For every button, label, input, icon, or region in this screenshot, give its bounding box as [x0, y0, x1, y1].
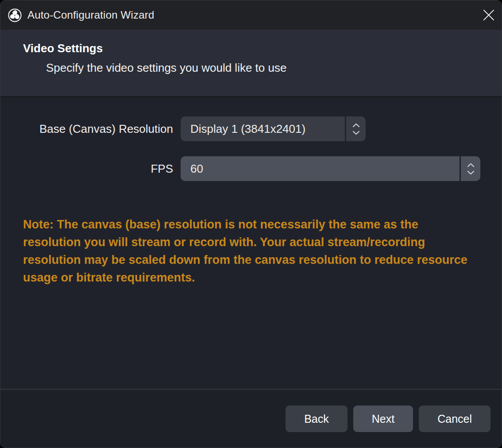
back-button[interactable]: Back [286, 406, 348, 432]
base-resolution-value[interactable]: Display 1 (3841x2401) [181, 116, 345, 141]
chevron-down-icon [352, 131, 360, 135]
footer-bar: Back Next Cancel [0, 389, 502, 448]
base-resolution-spinner[interactable] [346, 116, 366, 141]
base-resolution-label: Base (Canvas) Resolution [39, 122, 173, 136]
video-settings-form: Base (Canvas) Resolution Display 1 (3841… [0, 116, 502, 181]
content-area: Base (Canvas) Resolution Display 1 (3841… [0, 97, 502, 389]
chevron-down-icon [467, 170, 475, 175]
page-title: Video Settings [23, 42, 502, 55]
fps-spinner[interactable] [461, 156, 480, 181]
fps-select[interactable]: 60 [181, 156, 480, 181]
titlebar: Auto-Configuration Wizard [0, 0, 502, 30]
window-title: Auto-Configuration Wizard [27, 9, 154, 21]
chevron-up-icon [467, 163, 475, 167]
wizard-step-header: Video Settings Specify the video setting… [0, 30, 502, 97]
fps-value[interactable]: 60 [181, 156, 460, 181]
close-icon [483, 9, 495, 21]
next-button[interactable]: Next [353, 406, 413, 432]
close-button[interactable] [476, 0, 502, 30]
chevron-up-icon [352, 123, 360, 127]
base-resolution-select[interactable]: Display 1 (3841x2401) [181, 116, 366, 141]
obs-logo-icon [8, 8, 22, 22]
cancel-button[interactable]: Cancel [419, 406, 490, 432]
auto-config-wizard-dialog: Auto-Configuration Wizard Video Settings… [0, 0, 502, 448]
canvas-resolution-note: Note: The canvas (base) resolution is no… [23, 216, 468, 286]
fps-label: FPS [151, 162, 173, 176]
page-subtitle: Specify the video settings you would lik… [46, 61, 502, 75]
